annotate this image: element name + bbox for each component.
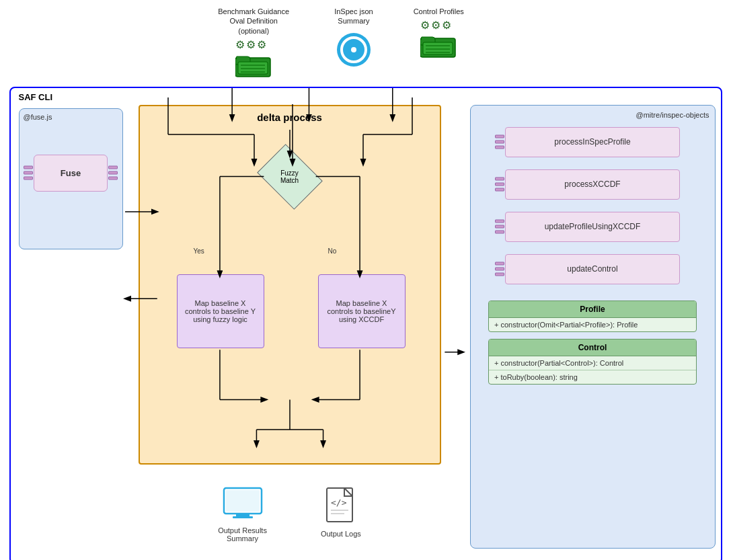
mitre-box-label: @mitre/inspec-objects [476,111,709,119]
benchmark-folder-icon: ⚙ ⚙ ⚙ [235,38,272,80]
no-label: No [328,247,337,255]
gear-icon-3: ⚙ [257,38,266,51]
fuse-js-box: @fuse.js Fuse [19,108,123,249]
output-logs-label: Output Logs [321,530,361,538]
svg-rect-32 [233,516,253,518]
document-icon: </> [325,487,356,526]
class-method-control-constructor: + constructor(Partial<Control>): Control [489,356,696,370]
inspec-input: InSpec json Summary [334,7,373,67]
method-label-1: processInSpecProfile [554,137,630,147]
class-box-control: Control + constructor(Partial<Control>):… [488,339,697,385]
map-box-xccdf-label: Map baseline X controls to baselineY usi… [324,299,399,323]
output-results-label: Output Results Summary [218,526,267,543]
saf-cli-box: SAF CLI @fuse.js Fuse [9,87,722,560]
control-profiles-folder-icon: ⚙ ⚙ ⚙ [420,19,457,61]
gear-icon-2: ⚙ [246,38,256,51]
method-label-2: processXCCDF [564,179,620,189]
map-box-fuzzy-label: Map baseline X controls to baseline Y us… [183,299,258,323]
control-profiles-input: Control Profiles ⚙ ⚙ ⚙ [414,7,464,61]
inspec-label: InSpec json Summary [334,7,373,26]
method-updateControl: updateControl [505,254,680,284]
method-updateProfileUsingXCCDF: updateProfileUsingXCCDF [505,212,680,242]
fuzzy-match-diamond-container: FuzzyMatch [260,153,320,200]
gear-icon-5: ⚙ [431,19,440,32]
monitor-icon [223,487,263,522]
folder-svg-control [420,33,457,58]
method-label-3: updateProfileUsingXCCDF [545,222,641,231]
class-box-profile: Profile + constructor(Omit<Partial<Profi… [488,301,697,332]
control-profiles-label: Control Profiles [414,7,464,16]
method-processInSpecProfile: processInSpecProfile [505,127,680,157]
fuse-component: Fuse [34,155,108,192]
class-header-profile: Profile [489,301,696,318]
gear-icon-4: ⚙ [420,19,430,32]
map-box-xccdf: Map baseline X controls to baselineY usi… [318,274,406,348]
class-method-control-toruby: + toRuby(boolean): string [489,370,696,384]
gear-icon-6: ⚙ [442,19,451,32]
top-inputs-area: Benchmark Guidance Oval Definition (opti… [0,7,724,80]
output-results: Output Results Summary [218,487,267,543]
svg-point-9 [351,47,356,52]
svg-text:</>: </> [331,497,347,508]
svg-rect-31 [236,514,249,516]
fuzzy-match-label: FuzzyMatch [280,169,299,184]
delta-process-box: delta process FuzzyMatch Yes No Map base… [139,105,441,465]
fuse-js-label: @fuse.js [24,113,118,121]
benchmark-input: Benchmark Guidance Oval Definition (opti… [213,7,294,80]
fuse-label: Fuse [61,168,81,178]
yes-label: Yes [194,247,204,255]
benchmark-label: Benchmark Guidance Oval Definition (opti… [213,7,294,36]
main-container: Benchmark Guidance Oval Definition (opti… [0,0,731,560]
class-header-control: Control [489,339,696,356]
class-method-profile-constructor: + constructor(Omit<Partial<Profile>): Pr… [489,318,696,331]
method-processXCCDF: processXCCDF [505,169,680,200]
saf-cli-label: SAF CLI [19,92,53,102]
mitre-inspec-objects-box: @mitre/inspec-objects processInSpecProfi… [470,105,716,549]
svg-rect-30 [226,490,260,512]
gear-icon-1: ⚙ [235,38,245,51]
output-area: Output Results Summary </> Output Logs [139,487,441,543]
folder-svg-benchmark [235,52,272,78]
delta-title: delta process [145,112,434,123]
output-logs: </> Output Logs [321,487,361,543]
method-label-4: updateControl [567,264,617,274]
inspec-icon [337,33,371,67]
map-box-fuzzy: Map baseline X controls to baseline Y us… [177,274,264,348]
